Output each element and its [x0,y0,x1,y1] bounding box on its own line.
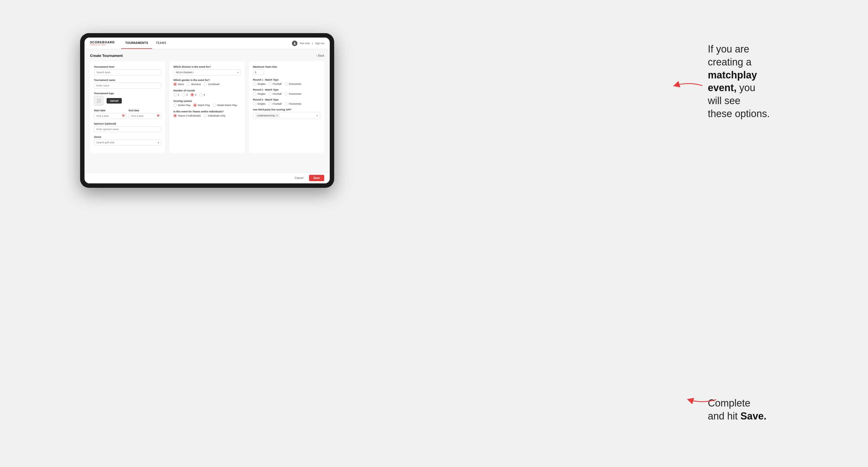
round-3-match-type: Round 3 - Match Type Singles Fourball [253,98,320,105]
annotation-matchplay: If you arecreating amatchplayevent, youw… [708,43,813,120]
calendar-icon-start: 📅 [122,115,125,117]
venue-group: Venue ▾ [94,135,161,146]
round-1-foursomes[interactable]: Foursomes [284,82,301,86]
rounds-4-radio[interactable] [199,93,203,96]
nav-item-teams[interactable]: TEAMS [152,37,170,49]
end-date-group: End date 📅 [129,109,161,119]
arrow-save-icon [686,393,719,408]
scoring-group: Scoring system Stroke Play Match Play [174,100,241,107]
scoring-stroke-play[interactable]: Stroke Play [174,103,191,107]
venue-input[interactable] [94,139,161,146]
brand-subtitle: Powered by clippit [90,44,115,45]
round-2-foursomes[interactable]: Foursomes [284,92,301,96]
gender-mens-label: Mens [178,83,184,86]
third-party-select[interactable]: Leaderboard King ✕ ▾ [253,112,320,119]
scoring-medal-match-play-radio[interactable] [213,103,216,107]
round-3-fourball[interactable]: Fourball [269,102,282,105]
round-1-fourball-radio[interactable] [269,82,272,86]
form-section-match: Maximum Team Size Round 1 - Match Type S… [249,62,324,153]
rounds-4[interactable]: 4 [199,93,205,96]
rounds-3-radio[interactable] [191,93,194,96]
form-section-basic: Tournament Host Tournament name Tourname… [90,62,165,153]
bottom-bar: Cancel Save [85,172,330,183]
gender-combined-radio[interactable] [204,83,207,86]
logo-upload-area: Upload [94,96,161,106]
rounds-3[interactable]: 3 [191,93,196,96]
sponsor-group: Sponsor (optional) [94,122,161,132]
tablet-screen: SCOREBOARD Powered by clippit TOURNAMENT… [85,37,330,183]
round-2-singles[interactable]: Singles [253,92,266,96]
tournament-name-label: Tournament name [94,79,161,82]
start-date-group: Start date 📅 [94,109,126,119]
scoring-match-play[interactable]: Match Play [193,103,210,107]
max-team-size-input[interactable] [253,70,264,75]
round-3-foursomes[interactable]: Foursomes [284,102,301,105]
event-for-teams[interactable]: Teams (+Individuals) [174,114,201,117]
rounds-radio-group: 1 2 3 4 [174,93,241,96]
page-title: Create Tournament [90,54,123,58]
round-3-fourball-radio[interactable] [269,102,272,105]
round-2-foursomes-radio[interactable] [284,92,288,96]
sign-out-link[interactable]: Sign out [315,42,324,45]
round-2-singles-radio[interactable] [253,92,256,96]
max-team-size-group: Maximum Team Size [253,65,320,75]
back-button[interactable]: ‹ Back [316,54,324,57]
round-2-fourball-radio[interactable] [269,92,272,96]
round-3-radio-group: Singles Fourball Foursomes [253,102,320,105]
end-date-wrapper: 📅 [129,113,161,119]
annotation-save: Completeand hit Save. [708,397,813,423]
round-1-fourball[interactable]: Fourball [269,82,282,86]
tournament-logo-group: Tournament logo Upload [94,92,161,106]
gender-combined-label: Combined [208,83,219,86]
cancel-button[interactable]: Cancel [292,175,306,181]
rounds-group: Number of rounds 1 2 [174,89,241,96]
division-select-wrapper: NCAA Division I NCAA Division II NCAA Di… [174,69,241,75]
rounds-2[interactable]: 2 [182,93,188,96]
rounds-2-radio[interactable] [182,93,185,96]
scoring-match-play-radio[interactable] [193,103,197,107]
form-section-event: Which division is the event for? NCAA Di… [169,62,245,153]
event-for-teams-radio[interactable] [174,114,177,117]
event-for-individuals-radio[interactable] [204,114,207,117]
back-label: Back [318,54,324,57]
gender-label: Which gender is the event for? [174,79,241,82]
tournament-host-input[interactable] [94,69,161,75]
round-1-singles-radio[interactable] [253,82,256,86]
nav-separator: | [312,42,313,45]
save-button[interactable]: Save [309,175,324,181]
tournament-name-input[interactable] [94,83,161,89]
gender-womens[interactable]: Womens [187,83,201,86]
max-team-size-label: Maximum Team Size [253,65,320,68]
round-3-foursomes-radio[interactable] [284,102,288,105]
third-party-close-icon[interactable]: ✕ [276,114,278,117]
round-1-foursomes-radio[interactable] [284,82,288,86]
gender-mens[interactable]: Mens [174,83,184,86]
round-3-singles-radio[interactable] [253,102,256,105]
gender-womens-radio[interactable] [187,83,190,86]
round-1-singles[interactable]: Singles [253,82,266,86]
round-3-singles[interactable]: Singles [253,102,266,105]
sponsor-label: Sponsor (optional) [94,122,161,125]
rounds-1[interactable]: 1 [174,93,179,96]
gender-mens-radio[interactable] [174,83,177,86]
scoring-stroke-play-radio[interactable] [174,103,177,107]
main-nav: TOURNAMENTS TEAMS [121,37,170,49]
end-date-label: End date [129,109,161,112]
division-select[interactable]: NCAA Division I NCAA Division II NCAA Di… [174,69,241,75]
upload-button[interactable]: Upload [106,98,122,103]
division-label: Which division is the event for? [174,65,241,68]
event-for-individuals[interactable]: Individuals Only [204,114,226,117]
rounds-1-radio[interactable] [174,93,177,96]
gender-combined[interactable]: Combined [204,83,219,86]
sponsor-input[interactable] [94,126,161,132]
date-group: Start date 📅 End date 📅 [94,109,161,119]
gender-womens-label: Womens [191,83,201,86]
brand-logo: SCOREBOARD Powered by clippit [90,41,115,45]
tablet-frame: SCOREBOARD Powered by clippit TOURNAMENT… [80,33,334,188]
nav-item-tournaments[interactable]: TOURNAMENTS [121,37,152,49]
scoring-label: Scoring system [174,100,241,102]
round-2-fourball[interactable]: Fourball [269,92,282,96]
gender-group: Which gender is the event for? Mens Wome… [174,79,241,86]
third-party-label: Use third-party live scoring API? [253,108,320,111]
scoring-medal-match-play[interactable]: Medal Match Play [213,103,237,107]
